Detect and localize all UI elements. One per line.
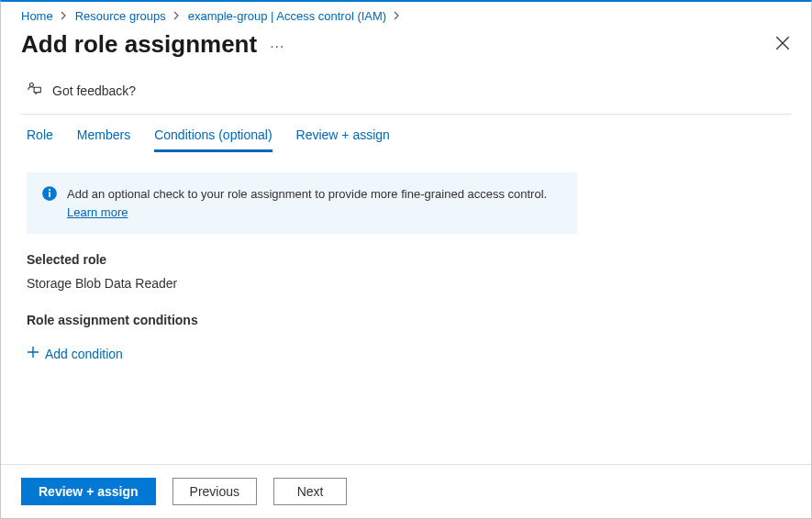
conditions-label: Role assignment conditions [27,313,785,327]
previous-button[interactable]: Previous [172,478,257,505]
next-button[interactable]: Next [273,478,347,505]
info-banner: Add an optional check to your role assig… [27,172,577,234]
info-banner-text: Add an optional check to your role assig… [67,185,562,221]
svg-rect-2 [49,192,50,197]
tabs: Role Members Conditions (optional) Revie… [1,115,811,152]
feedback-icon [27,81,43,101]
chevron-right-icon [57,11,72,22]
svg-point-0 [29,83,33,87]
info-icon [41,185,58,207]
chevron-right-icon [390,11,405,22]
close-icon[interactable] [774,35,791,55]
chevron-right-icon [170,11,184,22]
selected-role-value: Storage Blob Data Reader [27,276,785,291]
review-assign-button[interactable]: Review + assign [21,478,156,505]
learn-more-link[interactable]: Learn more [67,205,128,219]
feedback-label: Got feedback? [52,83,136,98]
breadcrumb-resource-groups[interactable]: Resource groups [75,9,166,23]
tab-conditions[interactable]: Conditions (optional) [154,127,272,152]
add-condition-button[interactable]: Add condition [27,337,785,361]
add-condition-label: Add condition [45,347,123,361]
breadcrumb-example-group[interactable]: example-group | Access control (IAM) [188,9,387,23]
tab-members[interactable]: Members [77,127,130,152]
page-title: Add role assignment [21,30,257,59]
conditions-section: Role assignment conditions Add condition [1,294,811,361]
breadcrumb-home[interactable]: Home [21,9,53,23]
plus-icon [27,346,39,361]
breadcrumb: Home Resource groups example-group | Acc… [1,2,811,27]
selected-role-section: Selected role Storage Blob Data Reader [1,234,811,294]
selected-role-label: Selected role [27,252,785,267]
tab-role[interactable]: Role [27,127,53,152]
more-ellipsis-icon[interactable]: ··· [270,39,284,55]
page-header: Add role assignment ··· [1,27,811,68]
footer: Review + assign Previous Next [1,464,811,518]
tab-review-assign[interactable]: Review + assign [296,127,390,152]
svg-point-3 [49,189,50,191]
feedback-row[interactable]: Got feedback? [21,68,791,115]
